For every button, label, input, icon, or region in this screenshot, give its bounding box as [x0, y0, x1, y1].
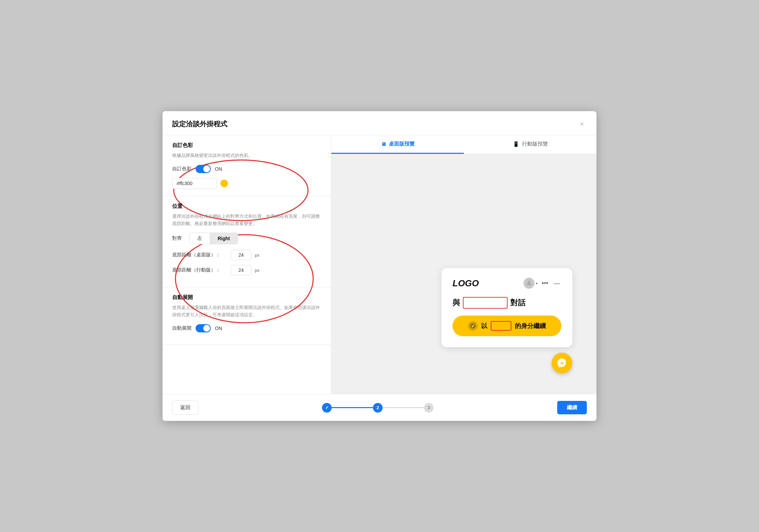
chat-logo: LOGO	[453, 278, 479, 289]
settings-dialog: 設定洽談外掛程式 × 自訂色彩 根據品牌風格變更洽談外掛程式的色彩。 自訂色彩	[163, 111, 596, 421]
auto-expand-section: 自動展開 使用桌上型電腦載入你的頁面後立即展開洽談外掛程式。如果你想讓洽談外掛程…	[163, 287, 331, 344]
desktop-distance-label: 底部距離（桌面版）：	[172, 252, 227, 258]
color-input-row	[172, 178, 321, 189]
greeting-prefix: 與	[453, 298, 460, 308]
dialog-header: 設定洽談外掛程式 ×	[163, 111, 596, 135]
avatar	[523, 278, 534, 289]
color-swatch[interactable]	[220, 180, 228, 187]
dialog-body: 自訂色彩 根據品牌風格變更洽談外掛程式的色彩。 自訂色彩 ON	[163, 135, 596, 394]
alignment-row: 對齊 左 Right	[172, 233, 321, 244]
step-2-label: 2	[376, 405, 379, 410]
greeting-suffix: 對話	[510, 298, 526, 308]
color-section-desc: 根據品牌風格變更洽談外掛程式的色彩。	[172, 152, 321, 159]
desktop-distance-row: 底部距離（桌面版）： px	[172, 250, 321, 260]
color-section-title: 自訂色彩	[172, 142, 321, 149]
check-circle-icon: ✓	[468, 321, 478, 331]
desktop-px-label: px	[255, 253, 260, 258]
continue-as-button[interactable]: ✓ 以 的身分繼續	[453, 316, 561, 336]
chat-header-actions: ▾ ••• —	[523, 278, 561, 289]
mobile-tab-label: 行動版預覽	[522, 141, 548, 147]
auto-expand-toggle-row: 自動展開 ON	[172, 324, 321, 332]
step-1: ✓	[322, 403, 332, 413]
color-section: 自訂色彩 根據品牌風格變更洽談外掛程式的色彩。 自訂色彩 ON	[163, 135, 331, 196]
position-section-desc: 選擇洽談外掛程式在網站上的對齊方式和位置。如果網站有頁尾，則可調整底部距離。務必…	[172, 213, 321, 227]
position-section-title: 位置	[172, 203, 321, 210]
tab-mobile-preview[interactable]: 📱 行動版預覽	[464, 135, 596, 154]
mobile-distance-input[interactable]	[231, 265, 251, 275]
mobile-distance-row: 底部距離（行動版）： px	[172, 265, 321, 275]
chevron-down-icon: ▾	[536, 281, 538, 285]
right-panel: 🖥 桌面版預覽 📱 行動版預覽 LOGO	[331, 135, 596, 394]
step-line-1	[332, 407, 373, 408]
messenger-fab[interactable]	[552, 353, 572, 373]
alignment-btn-group: 左 Right	[189, 233, 238, 244]
more-options-button[interactable]: •••	[540, 279, 550, 288]
auto-expand-on-label: ON	[215, 326, 222, 331]
avatar-button[interactable]: ▾	[523, 278, 538, 289]
left-panel: 自訂色彩 根據品牌風格變更洽談外掛程式的色彩。 自訂色彩 ON	[163, 135, 331, 394]
step-1-label: ✓	[325, 405, 329, 410]
step-2: 2	[373, 403, 383, 413]
step-3: 3	[424, 403, 434, 413]
continue-prefix: 以	[481, 322, 487, 330]
close-button[interactable]: ×	[577, 119, 587, 129]
svg-point-2	[528, 281, 530, 284]
back-button[interactable]: 返回	[172, 401, 198, 415]
widget-preview: LOGO ▾ ••• —	[441, 268, 572, 373]
desktop-tab-label: 桌面版預覽	[389, 141, 415, 147]
preview-tabs: 🖥 桌面版預覽 📱 行動版預覽	[331, 135, 596, 154]
preview-area: LOGO ▾ ••• —	[331, 154, 596, 394]
auto-expand-label: 自動展開	[172, 325, 191, 331]
chat-card-header: LOGO ▾ ••• —	[453, 278, 561, 289]
continue-main-button[interactable]: 繼續	[557, 401, 587, 414]
mobile-px-label: px	[255, 268, 260, 273]
desktop-distance-input[interactable]	[231, 250, 251, 260]
dialog-title: 設定洽談外掛程式	[172, 119, 227, 129]
alignment-label: 對齊	[172, 235, 185, 242]
dialog-footer: 返回 ✓ 2 3 繼續	[163, 394, 596, 421]
desktop-icon: 🖥	[381, 141, 386, 147]
greeting-name-placeholder	[463, 297, 508, 309]
custom-color-label: 自訂色彩	[172, 166, 191, 172]
auto-expand-title: 自動展開	[172, 294, 321, 301]
stepper: ✓ 2 3	[322, 403, 434, 413]
toggle-on-label: ON	[215, 166, 222, 172]
align-left-button[interactable]: 左	[190, 233, 210, 244]
minimize-button[interactable]: —	[552, 279, 561, 288]
auto-expand-desc: 使用桌上型電腦載入你的頁面後立即展開洽談外掛程式。如果你想讓洽談外掛程式更引人注…	[172, 304, 321, 319]
custom-color-toggle-row: 自訂色彩 ON	[172, 165, 321, 173]
tab-desktop-preview[interactable]: 🖥 桌面版預覽	[331, 135, 464, 154]
continue-suffix: 的身分繼續	[515, 322, 546, 330]
color-hex-input[interactable]	[172, 178, 217, 189]
custom-color-toggle[interactable]	[196, 165, 211, 173]
step-3-label: 3	[427, 405, 430, 410]
position-section: 位置 選擇洽談外掛程式在網站上的對齊方式和位置。如果網站有頁尾，則可調整底部距離…	[163, 196, 331, 288]
mobile-icon: 📱	[513, 141, 519, 147]
align-right-button[interactable]: Right	[210, 233, 238, 244]
username-placeholder	[491, 321, 511, 331]
auto-expand-toggle[interactable]	[196, 324, 211, 332]
chat-greeting: 與 對話	[453, 297, 561, 309]
chat-card: LOGO ▾ ••• —	[441, 268, 572, 347]
mobile-distance-label: 底部距離（行動版）：	[172, 267, 227, 273]
step-line-2	[383, 407, 424, 408]
